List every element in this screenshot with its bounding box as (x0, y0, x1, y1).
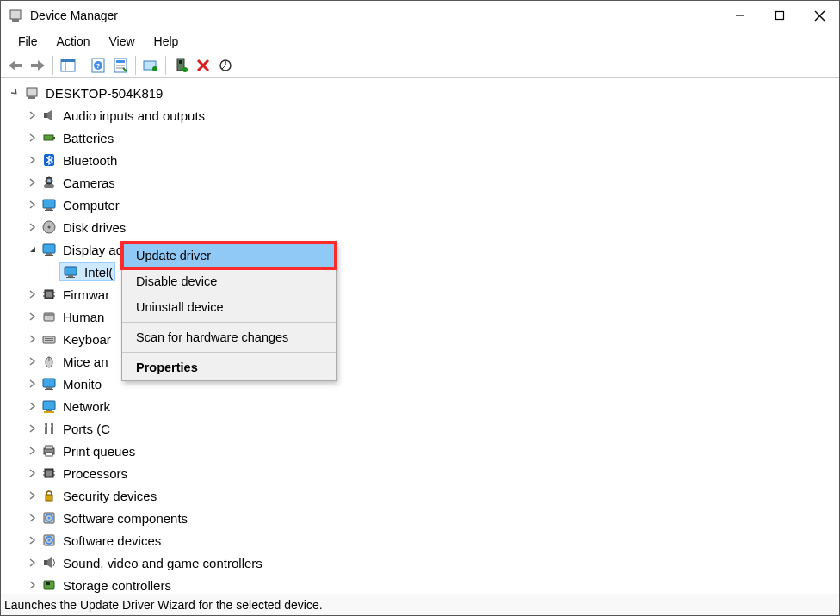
context-menu-separator (122, 322, 336, 323)
menu-action[interactable]: Action (48, 32, 99, 51)
tree-category[interactable]: Network (8, 395, 839, 417)
category-label: Batteries (63, 131, 114, 145)
category-label: Ports (C (63, 422, 110, 436)
disable-button[interactable] (214, 54, 237, 77)
root-label: DESKTOP-504K819 (46, 86, 163, 101)
category-label: Firmwar (63, 287, 109, 302)
menu-help[interactable]: Help (145, 32, 188, 51)
printer-icon (40, 442, 58, 459)
svg-rect-77 (46, 495, 52, 501)
context-menu-item[interactable]: Uninstall device (122, 294, 336, 320)
tree-category[interactable]: Software devices (8, 529, 839, 551)
category-label: Keyboar (63, 332, 111, 347)
tree-category[interactable]: Print queues (8, 440, 839, 462)
svg-rect-36 (46, 208, 52, 210)
properties-button[interactable] (109, 54, 132, 77)
svg-rect-84 (44, 560, 47, 565)
svg-point-39 (48, 226, 51, 229)
svg-rect-7 (31, 64, 39, 67)
expand-arrow-icon[interactable] (8, 89, 23, 97)
tree-category[interactable]: Processors (8, 462, 839, 484)
tree-category[interactable]: Bluetooth (8, 149, 839, 171)
svg-rect-40 (43, 244, 55, 253)
expand-arrow-icon[interactable] (25, 379, 40, 388)
category-label: Audio inputs and outputs (63, 108, 205, 123)
context-menu-separator (122, 352, 336, 353)
scan-hardware-button[interactable] (170, 54, 192, 77)
svg-rect-64 (45, 423, 47, 434)
expand-arrow-icon[interactable] (25, 402, 40, 410)
toolbar-separator (52, 56, 53, 75)
menu-view[interactable]: View (100, 32, 143, 51)
context-menu-item[interactable]: Properties (122, 354, 336, 380)
expand-arrow-icon[interactable] (25, 469, 40, 477)
expand-arrow-icon[interactable] (25, 223, 40, 231)
help-button[interactable]: ? (87, 54, 109, 77)
menu-file[interactable]: File (9, 32, 46, 51)
tree-category[interactable]: Audio inputs and outputs (8, 104, 839, 126)
tree-root[interactable]: DESKTOP-504K819 (8, 82, 839, 104)
expand-arrow-icon[interactable] (25, 111, 40, 120)
expand-arrow-icon[interactable] (25, 558, 40, 567)
expand-arrow-icon[interactable] (25, 357, 40, 366)
device-tree[interactable]: DESKTOP-504K819 Audio inputs and outputs… (1, 78, 839, 594)
svg-rect-59 (43, 379, 55, 387)
tree-category[interactable]: Batteries (8, 126, 839, 149)
lock-icon (40, 487, 58, 504)
expand-arrow-icon[interactable] (25, 514, 40, 522)
swdev-icon (40, 532, 58, 549)
statusbar: Launches the Update Driver Wizard for th… (1, 594, 839, 615)
show-hide-tree-button[interactable] (57, 54, 79, 77)
tree-category[interactable]: Storage controllers (8, 574, 839, 594)
svg-rect-61 (45, 389, 53, 390)
svg-rect-86 (46, 582, 50, 585)
category-label: Mice an (63, 354, 108, 369)
monitor-icon (40, 375, 58, 392)
toolbar-separator (83, 56, 83, 75)
expand-arrow-icon[interactable] (25, 290, 40, 299)
uninstall-button[interactable] (192, 54, 214, 77)
expand-arrow-icon[interactable] (25, 133, 40, 142)
svg-rect-63 (46, 410, 52, 411)
tree-category[interactable]: Sound, video and game controllers (8, 551, 839, 574)
expand-arrow-icon[interactable] (25, 335, 40, 343)
svg-rect-60 (46, 387, 52, 389)
update-driver-button[interactable] (139, 54, 162, 77)
port-icon (40, 420, 58, 437)
expand-arrow-icon[interactable] (25, 491, 40, 500)
category-label: Disk drives (63, 220, 126, 235)
sound-icon (40, 554, 58, 571)
tree-category[interactable]: Computer (8, 194, 839, 216)
context-menu-item[interactable]: Disable device (122, 268, 336, 294)
back-button[interactable] (4, 54, 27, 77)
tree-category[interactable]: Ports (C (8, 417, 839, 440)
expand-arrow-icon[interactable] (25, 536, 40, 545)
expand-arrow-icon[interactable] (25, 312, 40, 321)
svg-point-19 (152, 66, 158, 71)
tree-category[interactable]: Disk drives (8, 216, 839, 238)
expand-arrow-icon[interactable] (25, 447, 40, 455)
category-label: Bluetooth (63, 153, 117, 168)
svg-rect-56 (45, 340, 53, 341)
expand-arrow-icon[interactable] (25, 200, 40, 209)
collapse-arrow-icon[interactable] (25, 245, 40, 254)
swcomp-icon (40, 509, 58, 527)
tree-category[interactable]: Security devices (8, 484, 839, 507)
expand-arrow-icon[interactable] (25, 178, 40, 187)
close-button[interactable] (800, 1, 839, 30)
toolbar-separator (165, 56, 166, 75)
context-menu-item[interactable]: Update driver (122, 243, 336, 268)
svg-rect-55 (45, 338, 53, 339)
forward-button[interactable] (27, 54, 49, 77)
expand-arrow-icon[interactable] (25, 424, 40, 433)
device-manager-window: Device Manager File Action View Help (0, 0, 840, 616)
minimize-button[interactable] (720, 1, 760, 30)
expand-arrow-icon[interactable] (25, 156, 40, 164)
context-menu-item[interactable]: Scan for hardware changes (122, 324, 336, 350)
category-label: Computer (63, 198, 120, 213)
expand-arrow-icon[interactable] (25, 581, 40, 589)
tree-category[interactable]: Software components (8, 507, 839, 529)
maximize-button[interactable] (760, 1, 800, 30)
tree-category[interactable]: Cameras (8, 171, 839, 194)
status-text: Launches the Update Driver Wizard for th… (4, 598, 323, 612)
